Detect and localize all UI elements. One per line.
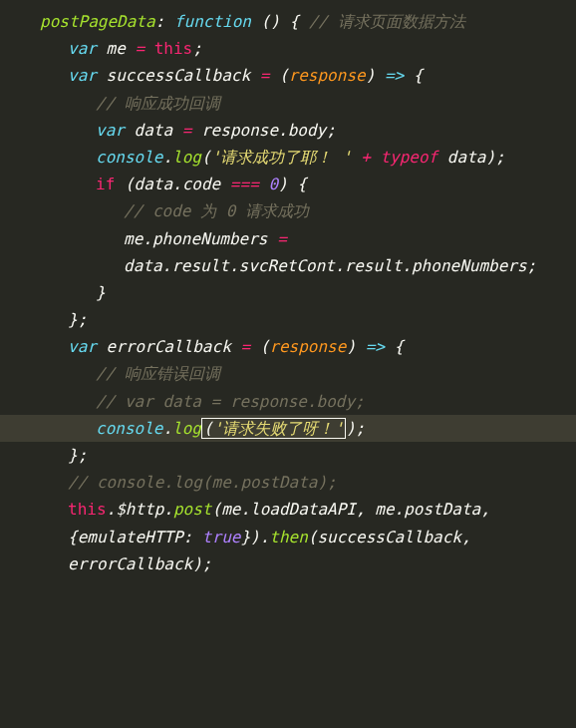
code-line: // 响应成功回调 xyxy=(40,90,576,117)
code-line: postPageData: function () { // 请求页面数据方法 xyxy=(40,8,576,35)
code-line: }; xyxy=(40,442,576,469)
code-line: var me = this; xyxy=(40,35,576,62)
code-line: // 响应错误回调 xyxy=(40,360,576,387)
cursor-selection: ('请求失败了呀！' xyxy=(201,418,346,439)
code-line: console.log('请求失败了呀！'); xyxy=(40,415,576,442)
code-line: }; xyxy=(40,306,576,333)
code-line: this.$http.post(me.loadDataAPI, me.postD… xyxy=(40,496,576,577)
code-line: console.log('请求成功了耶！ ' + typeof data); xyxy=(40,144,576,171)
code-line: if (data.code === 0) { xyxy=(40,171,576,197)
code-line: var successCallback = (response) => { xyxy=(40,62,576,89)
code-line: // code 为 0 请求成功 xyxy=(40,197,576,224)
code-line: var errorCallback = (response) => { xyxy=(40,333,576,360)
function-name: postPageData xyxy=(40,12,155,31)
code-line: } xyxy=(40,279,576,306)
highlighted-line: console.log('请求失败了呀！'); xyxy=(0,415,576,442)
code-line: // console.log(me.postData); xyxy=(40,469,576,496)
code-line: me.phoneNumbers = data.result.svcRetCont… xyxy=(40,225,576,279)
code-line: // var data = response.body; xyxy=(40,388,576,415)
code-line: var data = response.body; xyxy=(40,117,576,144)
